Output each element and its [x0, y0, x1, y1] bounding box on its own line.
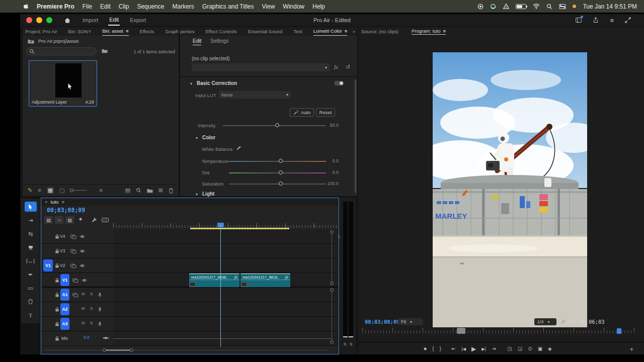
tab-properties[interactable]: perties [180, 28, 195, 36]
program-video-frame[interactable]: MARLEY [433, 52, 587, 327]
quick-export-icon[interactable] [593, 17, 599, 23]
solo-button[interactable]: S [90, 307, 93, 311]
list-view-icon[interactable]: ≡ [38, 188, 41, 193]
freeform-view-icon[interactable]: ▢ [59, 188, 64, 193]
lock-icon[interactable] [55, 234, 59, 239]
timeline-timecode[interactable]: 00;03;08;09 [47, 207, 85, 214]
extract-button[interactable]: ◲ [518, 346, 522, 351]
workspace-icon[interactable] [576, 17, 582, 23]
menu-view[interactable]: View [262, 3, 275, 10]
timeline-clip-2[interactable]: ma120241217_9818..fx [240, 274, 290, 287]
razor-tool[interactable] [25, 242, 37, 252]
icon-view-icon[interactable]: ▦ [47, 187, 54, 194]
apple-icon[interactable] [23, 3, 29, 10]
tab-bin-sony[interactable]: Bin: SONY [68, 28, 91, 36]
eyedropper-icon[interactable] [236, 145, 242, 151]
intensity-slider[interactable] [223, 125, 326, 126]
audio-scrollbar[interactable] [332, 291, 332, 340]
eye-icon[interactable] [79, 234, 85, 239]
lock-icon[interactable] [55, 336, 59, 341]
tab-effect-controls[interactable]: Effect Controls [206, 28, 237, 36]
minimize-window-button[interactable] [36, 17, 42, 23]
eye-icon[interactable] [79, 263, 85, 268]
insert-button[interactable]: ▣ [538, 346, 542, 351]
horizontal-scroll-handle[interactable] [105, 349, 131, 351]
mix-volume-band[interactable] [113, 338, 332, 339]
track-content-v2[interactable] [113, 258, 338, 273]
linked-selection-button[interactable]: ▧ [65, 216, 74, 224]
temperature-slider[interactable] [229, 161, 326, 162]
new-item-icon[interactable]: ⊞ [158, 188, 163, 193]
lift-button[interactable]: ◳ [507, 346, 512, 351]
eye-icon[interactable] [79, 248, 85, 254]
button-editor-plus[interactable]: + [630, 346, 633, 353]
lock-icon[interactable] [55, 248, 59, 254]
scroll-knob[interactable] [330, 230, 334, 234]
light-section-title[interactable]: Light [202, 191, 214, 197]
track-output-icon[interactable] [72, 278, 78, 283]
reset-button[interactable]: Reset [316, 108, 335, 117]
selection-tool[interactable] [25, 202, 37, 212]
clip-selector-dropdown[interactable]: ▾ [192, 63, 330, 71]
sort-icon[interactable]: ≡ [99, 188, 102, 193]
lumetri-scrollbar[interactable] [355, 79, 356, 193]
export-frame-button[interactable]: ⊙ [528, 346, 532, 351]
add-marker-button[interactable]: ◆ [424, 347, 427, 351]
basic-correction-title[interactable]: Basic Correction [197, 80, 237, 86]
track-label[interactable]: V2 [60, 263, 65, 268]
tab-export[interactable]: Export [129, 15, 147, 25]
hand-tool[interactable] [25, 297, 37, 307]
search-input[interactable] [37, 49, 94, 54]
record-status-icon[interactable] [477, 4, 484, 10]
saturation-knob[interactable] [279, 182, 283, 186]
lumetri-subtab-settings[interactable]: Settings [210, 38, 228, 44]
temperature-value[interactable]: 0.0 [318, 158, 339, 163]
mute-button[interactable]: M [82, 292, 85, 296]
track-label[interactable]: V3 [60, 248, 65, 253]
tab-source-monitor[interactable]: Source: (no clips) [361, 29, 398, 34]
keyframe-nav-icon[interactable]: ◂◆▸ [103, 336, 109, 339]
delete-icon[interactable] [169, 188, 174, 194]
zoom-slider[interactable] [70, 189, 87, 192]
nest-toggle-button[interactable]: ▤ [44, 216, 53, 224]
auto-button[interactable]: Auto [290, 108, 314, 117]
settings-wrench-icon[interactable] [560, 319, 566, 324]
solo-button[interactable]: S [90, 321, 93, 325]
slip-tool[interactable]: ↔ [25, 256, 37, 266]
tint-slider[interactable] [229, 172, 326, 173]
zoom-level-dropdown[interactable]: Fit▾ [398, 318, 423, 325]
comparison-view-button[interactable]: ◈ [548, 346, 552, 351]
track-target-a1[interactable]: A1 [60, 289, 69, 301]
mic-icon[interactable] [98, 307, 102, 312]
tab-essential-sound[interactable]: Essential Sound [248, 28, 283, 36]
tab-bin-asset[interactable]: Bin: asset≡ [102, 27, 128, 36]
rectangle-tool[interactable]: ▭ [25, 283, 37, 293]
scroll-knob[interactable] [330, 340, 334, 344]
tab-program-monitor[interactable]: Program: tuto ≡ [412, 28, 446, 35]
source-patch-v1[interactable]: V1 [43, 259, 53, 272]
scrubber-playhead[interactable] [457, 328, 465, 334]
tint-value[interactable]: 0.0 [318, 170, 339, 175]
timeline-marker-button[interactable]: ◆ [79, 217, 82, 221]
menu-clip[interactable]: Clip [119, 3, 129, 10]
mix-volume-value[interactable]: 0.0 [84, 335, 90, 340]
reset-effect-icon[interactable]: ↺ [346, 64, 350, 70]
color-section-title[interactable]: Color [202, 135, 215, 140]
app-swirl-icon[interactable] [490, 4, 497, 10]
track-output-icon[interactable] [72, 293, 78, 298]
search-bin-icon[interactable] [102, 48, 108, 53]
captions-icon[interactable]: CC [102, 218, 109, 222]
snap-magnet-button[interactable]: ∩ [55, 216, 63, 224]
lock-icon[interactable] [55, 307, 59, 312]
step-back-button[interactable]: |◀ [461, 347, 466, 351]
menu-sequence[interactable]: Sequence [137, 3, 164, 10]
timeline-settings-wrench-icon[interactable] [92, 217, 97, 223]
saturation-slider[interactable] [229, 184, 326, 185]
tab-overflow-icon[interactable]: » [353, 29, 357, 34]
track-content-a2[interactable] [113, 302, 338, 316]
basic-correction-toggle[interactable] [334, 81, 344, 85]
battery-icon[interactable] [516, 4, 526, 9]
timeline-clip-1[interactable]: ma120241217_9838..fx [189, 274, 239, 287]
track-target-a3[interactable]: A3 [60, 318, 69, 330]
tint-knob[interactable] [279, 170, 283, 174]
